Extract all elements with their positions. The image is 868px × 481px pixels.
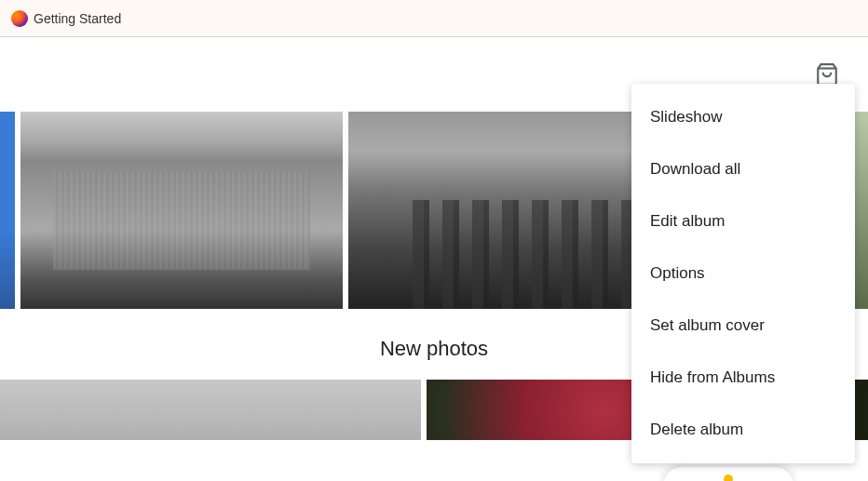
photo-thumbnail[interactable] bbox=[20, 112, 343, 309]
firefox-icon bbox=[11, 10, 28, 27]
menu-options[interactable]: Options bbox=[631, 247, 855, 300]
bookmark-getting-started[interactable]: Getting Started bbox=[4, 7, 129, 31]
photo-thumbnail[interactable] bbox=[0, 112, 15, 309]
menu-slideshow[interactable]: Slideshow bbox=[631, 91, 855, 143]
menu-edit-album[interactable]: Edit album bbox=[631, 195, 855, 247]
menu-set-album-cover[interactable]: Set album cover bbox=[631, 300, 855, 352]
bookmark-label: Getting Started bbox=[34, 11, 121, 26]
content-area: New photos Slideshow Download all Edit a… bbox=[0, 37, 868, 481]
album-options-menu: Slideshow Download all Edit album Option… bbox=[631, 84, 855, 463]
photo-thumbnail[interactable] bbox=[348, 112, 670, 309]
photo-thumbnail[interactable] bbox=[0, 380, 421, 440]
menu-download-all[interactable]: Download all bbox=[631, 143, 855, 195]
bookmark-bar: Getting Started bbox=[0, 0, 868, 37]
menu-hide-from-albums[interactable]: Hide from Albums bbox=[631, 352, 855, 404]
floating-panel[interactable] bbox=[663, 467, 793, 481]
menu-delete-album[interactable]: Delete album bbox=[631, 404, 855, 456]
status-dot-icon bbox=[724, 474, 733, 481]
